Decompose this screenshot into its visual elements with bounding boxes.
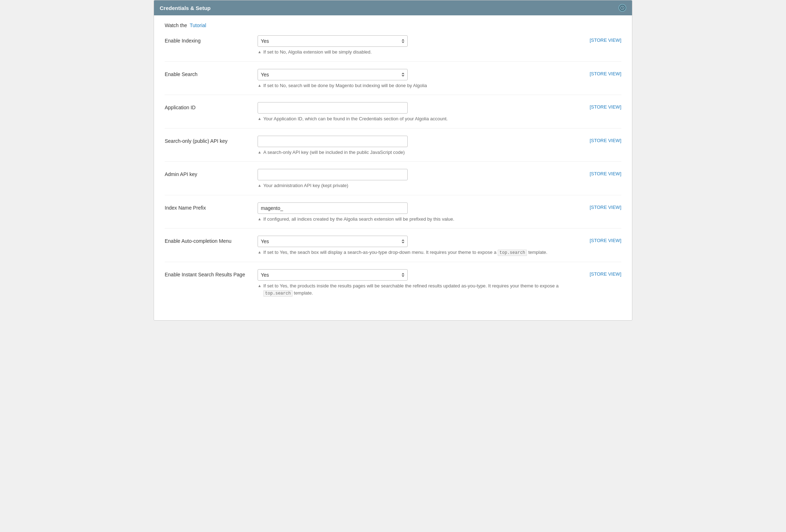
search-api-key-hint: ▲ A search-only API key (will be include… [258,149,578,156]
field-row-index-name-prefix: Index Name Prefix ▲ If configured, all i… [165,202,621,229]
panel-header-icon [618,4,626,12]
enable-search-select[interactable]: Yes No [258,69,408,80]
enable-indexing-hint: ▲ If set to No, Algolia extension will b… [258,49,578,56]
field-row-auto-completion: Enable Auto-completion Menu Yes No ▲ If … [165,236,621,262]
field-label-index-name-prefix: Index Name Prefix [165,202,258,212]
hint-arrow-icon: ▲ [258,283,262,289]
field-label-instant-search: Enable Instant Search Results Page [165,269,258,278]
watch-prefix: Watch the [165,22,187,28]
field-row-admin-api-key: Admin API key ▲ Your administration API … [165,169,621,195]
field-label-auto-completion: Enable Auto-completion Menu [165,236,258,245]
field-content-application-id: ▲ Your Application ID, which can be foun… [258,102,578,122]
admin-api-key-hint: ▲ Your administration API key (kept priv… [258,182,578,189]
field-content-search-api-key: ▲ A search-only API key (will be include… [258,136,578,156]
store-view-index-name-prefix[interactable]: [STORE VIEW] [578,202,621,210]
auto-completion-hint: ▲ If set to Yes, the seach box will disp… [258,249,578,256]
field-row-instant-search: Enable Instant Search Results Page Yes N… [165,269,621,302]
index-name-prefix-input[interactable] [258,202,408,214]
store-view-instant-search[interactable]: [STORE VIEW] [578,269,621,277]
field-label-application-id: Application ID [165,102,258,111]
hint-arrow-icon: ▲ [258,249,262,255]
field-row-enable-indexing: Enable Indexing Yes No ▲ If set to No, A… [165,35,621,62]
field-content-index-name-prefix: ▲ If configured, all indices created by … [258,202,578,223]
index-name-prefix-hint: ▲ If configured, all indices created by … [258,216,578,223]
field-row-application-id: Application ID ▲ Your Application ID, wh… [165,102,621,129]
instant-search-hint: ▲ If set to Yes, the products inside the… [258,282,578,297]
store-view-application-id[interactable]: [STORE VIEW] [578,102,621,110]
field-content-enable-indexing: Yes No ▲ If set to No, Algolia extension… [258,35,578,56]
field-row-search-api-key: Search-only (public) API key ▲ A search-… [165,136,621,162]
field-content-instant-search: Yes No ▲ If set to Yes, the products ins… [258,269,578,297]
field-content-enable-search: Yes No ▲ If set to No, search will be do… [258,69,578,89]
field-content-auto-completion: Yes No ▲ If set to Yes, the seach box wi… [258,236,578,256]
store-view-search-api-key[interactable]: [STORE VIEW] [578,136,621,143]
instant-search-code: top.search [263,290,293,297]
store-view-enable-indexing[interactable]: [STORE VIEW] [578,35,621,43]
field-label-enable-indexing: Enable Indexing [165,35,258,45]
panel-body: Watch the Tutorial Enable Indexing Yes N… [154,15,632,320]
enable-indexing-select[interactable]: Yes No [258,35,408,47]
field-row-enable-search: Enable Search Yes No ▲ If set to No, sea… [165,69,621,95]
enable-search-hint: ▲ If set to No, search will be done by M… [258,82,578,89]
store-view-enable-search[interactable]: [STORE VIEW] [578,69,621,76]
watch-tutorial-row: Watch the Tutorial [165,22,621,28]
hint-arrow-icon: ▲ [258,182,262,189]
hint-arrow-icon: ▲ [258,149,262,155]
field-label-search-api-key: Search-only (public) API key [165,136,258,145]
store-view-auto-completion[interactable]: [STORE VIEW] [578,236,621,243]
panel-header: Credentials & Setup [154,0,632,15]
admin-api-key-input[interactable] [258,169,408,180]
store-view-admin-api-key[interactable]: [STORE VIEW] [578,169,621,176]
auto-completion-code: top.search [498,250,527,256]
auto-completion-select[interactable]: Yes No [258,236,408,247]
instant-search-select[interactable]: Yes No [258,269,408,281]
hint-arrow-icon: ▲ [258,82,262,89]
panel-title: Credentials & Setup [160,5,211,11]
application-id-input[interactable] [258,102,408,114]
hint-arrow-icon: ▲ [258,49,262,55]
field-label-enable-search: Enable Search [165,69,258,78]
hint-arrow-icon: ▲ [258,216,262,222]
tutorial-link[interactable]: Tutorial [190,22,206,28]
search-api-key-input[interactable] [258,136,408,147]
hint-arrow-icon: ▲ [258,116,262,122]
field-label-admin-api-key: Admin API key [165,169,258,178]
field-content-admin-api-key: ▲ Your administration API key (kept priv… [258,169,578,189]
credentials-setup-panel: Credentials & Setup Watch the Tutorial E… [154,0,632,321]
application-id-hint: ▲ Your Application ID, which can be foun… [258,115,578,122]
